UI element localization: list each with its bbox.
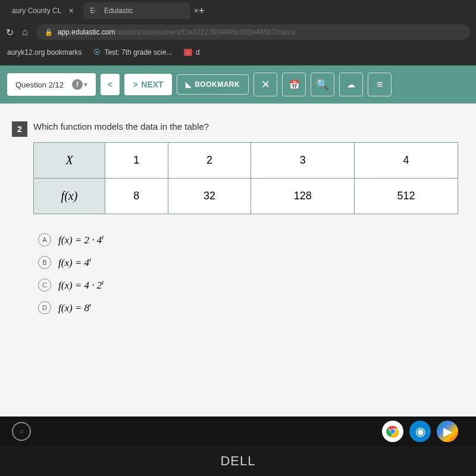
cloud-icon: ☁ [347, 80, 355, 89]
table-cell: 8 [105, 178, 168, 214]
question-number: 2 [12, 121, 27, 137]
choice-expr: f(x) = 4 · 2t [58, 278, 104, 292]
url-text: app.edulastic.com/student/assessment/f1e… [58, 28, 296, 36]
table-cell: 512 [355, 178, 458, 214]
new-tab-button[interactable]: + [193, 2, 211, 20]
laptop-bezel: DELL [0, 446, 476, 476]
table-row: f(x) 8 32 128 512 [34, 178, 458, 214]
app-toolbar: Question 2/12 ! ▾ < > NEXT ◣ BOOKMARK ✕ … [0, 65, 476, 104]
close-icon: ✕ [261, 78, 270, 91]
table-cell: 4 [355, 143, 458, 178]
calendar-icon: 📅 [289, 80, 299, 89]
calendar-tool-button[interactable]: 📅 [282, 73, 306, 96]
choice-letter: D [38, 301, 51, 314]
table-cell: 128 [251, 178, 355, 214]
os-taskbar: ○ ◉ ▶ [0, 416, 476, 446]
menu-icon: ≡ [377, 79, 383, 91]
question-label: Question 2/12 [15, 80, 64, 89]
choice-c[interactable]: C f(x) = 4 · 2t [38, 274, 458, 296]
choice-letter: C [38, 278, 51, 292]
table-header: f(x) [34, 178, 105, 214]
url-input[interactable]: 🔒 app.edulastic.com/student/assessment/f… [36, 24, 470, 40]
choice-expr: f(x) = 4t [58, 256, 91, 269]
choice-b[interactable]: B f(x) = 4t [38, 251, 458, 274]
answer-choices: A f(x) = 2 · 4t B f(x) = 4t C f(x) = 4 ·… [38, 228, 458, 319]
browser-tab[interactable]: aury County CL × [5, 2, 81, 19]
home-icon[interactable]: ⌂ [22, 27, 28, 37]
question-prompt: Which function models the data in the ta… [33, 121, 458, 131]
question-indicator[interactable]: Question 2/12 ! ▾ [7, 73, 96, 96]
chrome-logo-icon [386, 425, 399, 438]
alert-icon: ! [72, 79, 83, 90]
choice-letter: A [38, 233, 51, 246]
chevron-down-icon: ▾ [84, 80, 87, 89]
search-icon: 🔍 [316, 78, 329, 91]
bookmark-item[interactable]: ⌂ d [184, 48, 199, 57]
choice-a[interactable]: A f(x) = 2 · 4t [38, 228, 458, 251]
reload-icon[interactable]: ↻ [6, 27, 14, 38]
search-tool-button[interactable]: 🔍 [311, 73, 334, 96]
chevron-right-icon: > [133, 80, 137, 89]
menu-tool-button[interactable]: ≡ [368, 73, 392, 96]
tab-strip: aury County CL × E· Edulastic × + [0, 0, 476, 21]
choice-letter: B [38, 256, 51, 269]
bookmark-icon: ◣ [186, 80, 192, 89]
question-content: 2 Which function models the data in the … [0, 104, 476, 416]
play-store-icon[interactable]: ▶ [437, 421, 458, 442]
choice-expr: f(x) = 8t [58, 301, 91, 314]
next-button[interactable]: > NEXT [124, 74, 172, 95]
svg-point-1 [390, 429, 394, 433]
lock-icon: 🔒 [45, 29, 53, 36]
table-header: X [34, 143, 105, 178]
choice-expr: f(x) = 2 · 4t [58, 233, 104, 246]
tab-favicon: E· [90, 7, 97, 15]
prev-button[interactable]: < [101, 74, 120, 95]
chrome-icon[interactable] [382, 421, 403, 442]
laptop-brand: DELL [220, 453, 255, 469]
bookmark-item[interactable]: ⦿ Test: 7th grade scie... [93, 48, 172, 57]
table-cell: 2 [168, 143, 251, 178]
browser-chrome: aury County CL × E· Edulastic × + ↻ ⌂ 🔒 … [0, 0, 476, 65]
table-cell: 1 [105, 143, 168, 178]
search-icon: ⦿ [93, 48, 101, 57]
table-cell: 32 [168, 178, 251, 214]
folder-icon: ⌂ [184, 49, 192, 56]
cloud-tool-button[interactable]: ☁ [339, 73, 363, 96]
tab-title: aury County CL [12, 7, 61, 15]
tab-title: Edulastic [104, 7, 133, 15]
start-button[interactable]: ○ [12, 422, 31, 441]
table-row: X 1 2 3 4 [34, 143, 458, 178]
bookmarks-bar: auryk12.org bookmarks ⦿ Test: 7th grade … [0, 43, 476, 62]
app-icon[interactable]: ◉ [409, 421, 431, 442]
bookmark-button[interactable]: ◣ BOOKMARK [177, 74, 249, 95]
table-cell: 3 [251, 143, 355, 178]
close-icon[interactable]: × [68, 6, 73, 15]
address-bar: ↻ ⌂ 🔒 app.edulastic.com/student/assessme… [0, 21, 476, 43]
bookmark-item[interactable]: auryk12.org bookmarks [7, 48, 82, 57]
close-tool-button[interactable]: ✕ [253, 73, 277, 96]
data-table: X 1 2 3 4 f(x) 8 32 128 512 [33, 142, 458, 214]
browser-tab[interactable]: E· Edulastic × [83, 2, 190, 19]
choice-d[interactable]: D f(x) = 8t [38, 296, 458, 319]
